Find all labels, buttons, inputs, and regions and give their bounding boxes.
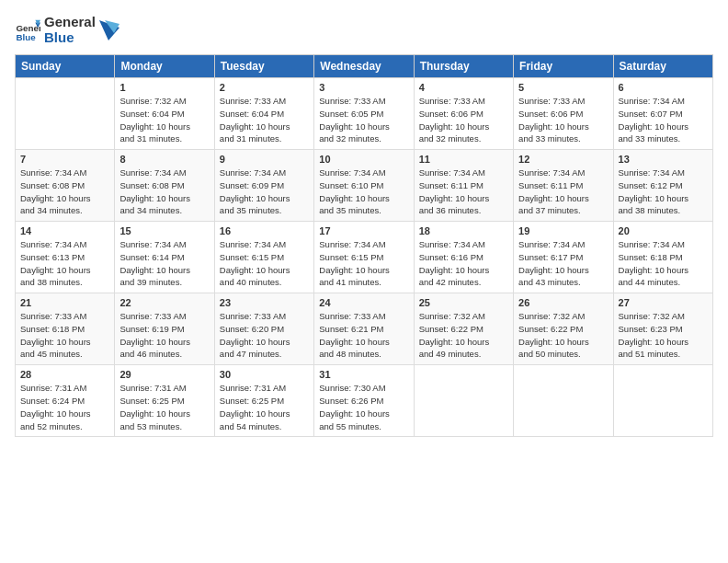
- calendar-table: SundayMondayTuesdayWednesdayThursdayFrid…: [15, 54, 713, 437]
- day-number: 27: [619, 297, 708, 308]
- page-container: General Blue General Blue SundayMondayTu…: [0, 0, 728, 446]
- day-info: Sunrise: 7:34 AM Sunset: 6:09 PM Dayligh…: [220, 167, 309, 217]
- week-row-2: 7Sunrise: 7:34 AM Sunset: 6:08 PM Daylig…: [16, 150, 713, 222]
- day-cell: 1Sunrise: 7:32 AM Sunset: 6:04 PM Daylig…: [115, 78, 214, 150]
- day-info: Sunrise: 7:33 AM Sunset: 6:18 PM Dayligh…: [20, 310, 109, 361]
- day-cell: 6Sunrise: 7:34 AM Sunset: 6:07 PM Daylig…: [613, 78, 712, 150]
- day-number: 20: [619, 225, 708, 236]
- day-cell: 24Sunrise: 7:33 AM Sunset: 6:21 PM Dayli…: [314, 293, 414, 365]
- logo-general: General: [44, 15, 96, 30]
- day-info: Sunrise: 7:33 AM Sunset: 6:20 PM Dayligh…: [220, 310, 309, 361]
- day-info: Sunrise: 7:34 AM Sunset: 6:15 PM Dayligh…: [220, 238, 309, 289]
- day-number: 22: [119, 297, 209, 308]
- day-cell: 31Sunrise: 7:30 AM Sunset: 6:26 PM Dayli…: [314, 365, 414, 437]
- day-number: 26: [518, 297, 608, 308]
- weekday-header-wednesday: Wednesday: [314, 55, 414, 78]
- day-cell: 8Sunrise: 7:34 AM Sunset: 6:08 PM Daylig…: [115, 150, 214, 222]
- day-number: 11: [419, 154, 508, 165]
- day-info: Sunrise: 7:34 AM Sunset: 6:13 PM Dayligh…: [20, 238, 109, 289]
- day-cell: 7Sunrise: 7:34 AM Sunset: 6:08 PM Daylig…: [16, 150, 115, 222]
- day-number: 1: [119, 82, 209, 93]
- day-number: 15: [119, 225, 209, 236]
- logo-arrow-icon: [99, 20, 119, 40]
- header: General Blue General Blue: [15, 15, 713, 45]
- day-number: 7: [20, 154, 109, 165]
- day-cell: 30Sunrise: 7:31 AM Sunset: 6:25 PM Dayli…: [214, 365, 313, 437]
- week-row-5: 28Sunrise: 7:31 AM Sunset: 6:24 PM Dayli…: [16, 365, 713, 437]
- day-number: 17: [319, 225, 408, 236]
- day-cell: 18Sunrise: 7:34 AM Sunset: 6:16 PM Dayli…: [414, 222, 513, 293]
- day-number: 6: [619, 82, 708, 93]
- day-number: 31: [319, 369, 408, 380]
- day-cell: 23Sunrise: 7:33 AM Sunset: 6:20 PM Dayli…: [214, 293, 313, 365]
- day-info: Sunrise: 7:34 AM Sunset: 6:11 PM Dayligh…: [419, 167, 508, 217]
- day-cell: [414, 365, 513, 437]
- day-info: Sunrise: 7:34 AM Sunset: 6:08 PM Dayligh…: [119, 167, 209, 217]
- day-number: 9: [220, 154, 309, 165]
- day-cell: 19Sunrise: 7:34 AM Sunset: 6:17 PM Dayli…: [514, 222, 613, 293]
- day-info: Sunrise: 7:34 AM Sunset: 6:16 PM Dayligh…: [419, 238, 508, 289]
- logo-blue: Blue: [44, 30, 96, 46]
- day-info: Sunrise: 7:31 AM Sunset: 6:25 PM Dayligh…: [220, 382, 309, 432]
- day-cell: 28Sunrise: 7:31 AM Sunset: 6:24 PM Dayli…: [16, 365, 115, 437]
- day-info: Sunrise: 7:33 AM Sunset: 6:04 PM Dayligh…: [220, 95, 309, 145]
- day-cell: 26Sunrise: 7:32 AM Sunset: 6:22 PM Dayli…: [514, 293, 613, 365]
- day-info: Sunrise: 7:33 AM Sunset: 6:19 PM Dayligh…: [119, 310, 209, 361]
- day-number: 21: [20, 297, 109, 308]
- weekday-header-sunday: Sunday: [16, 55, 115, 78]
- day-number: 12: [518, 154, 608, 165]
- day-info: Sunrise: 7:32 AM Sunset: 6:22 PM Dayligh…: [518, 310, 608, 361]
- day-number: 10: [319, 154, 408, 165]
- day-cell: [16, 78, 115, 150]
- logo-icon: General Blue: [15, 17, 40, 43]
- day-info: Sunrise: 7:33 AM Sunset: 6:21 PM Dayligh…: [319, 310, 408, 361]
- day-number: 24: [319, 297, 408, 308]
- svg-text:Blue: Blue: [16, 32, 36, 42]
- day-info: Sunrise: 7:34 AM Sunset: 6:18 PM Dayligh…: [619, 238, 708, 289]
- day-info: Sunrise: 7:33 AM Sunset: 6:06 PM Dayligh…: [419, 95, 508, 145]
- day-number: 25: [419, 297, 508, 308]
- week-row-4: 21Sunrise: 7:33 AM Sunset: 6:18 PM Dayli…: [16, 293, 713, 365]
- weekday-header-monday: Monday: [115, 55, 214, 78]
- day-cell: 29Sunrise: 7:31 AM Sunset: 6:25 PM Dayli…: [115, 365, 214, 437]
- day-info: Sunrise: 7:32 AM Sunset: 6:22 PM Dayligh…: [419, 310, 508, 361]
- day-cell: 3Sunrise: 7:33 AM Sunset: 6:05 PM Daylig…: [314, 78, 414, 150]
- day-info: Sunrise: 7:34 AM Sunset: 6:17 PM Dayligh…: [518, 238, 608, 289]
- day-info: Sunrise: 7:31 AM Sunset: 6:25 PM Dayligh…: [119, 382, 209, 432]
- day-cell: 27Sunrise: 7:32 AM Sunset: 6:23 PM Dayli…: [613, 293, 712, 365]
- day-number: 16: [220, 225, 309, 236]
- day-cell: 13Sunrise: 7:34 AM Sunset: 6:12 PM Dayli…: [613, 150, 712, 222]
- day-cell: 17Sunrise: 7:34 AM Sunset: 6:15 PM Dayli…: [314, 222, 414, 293]
- weekday-header-thursday: Thursday: [414, 55, 513, 78]
- day-number: 23: [220, 297, 309, 308]
- week-row-1: 1Sunrise: 7:32 AM Sunset: 6:04 PM Daylig…: [16, 78, 713, 150]
- day-number: 29: [119, 369, 209, 380]
- day-info: Sunrise: 7:34 AM Sunset: 6:15 PM Dayligh…: [319, 238, 408, 289]
- weekday-header-row: SundayMondayTuesdayWednesdayThursdayFrid…: [16, 55, 713, 78]
- day-info: Sunrise: 7:30 AM Sunset: 6:26 PM Dayligh…: [319, 382, 408, 432]
- day-cell: 11Sunrise: 7:34 AM Sunset: 6:11 PM Dayli…: [414, 150, 513, 222]
- day-info: Sunrise: 7:34 AM Sunset: 6:07 PM Dayligh…: [619, 95, 708, 145]
- day-cell: 20Sunrise: 7:34 AM Sunset: 6:18 PM Dayli…: [613, 222, 712, 293]
- day-info: Sunrise: 7:34 AM Sunset: 6:08 PM Dayligh…: [20, 167, 109, 217]
- day-info: Sunrise: 7:34 AM Sunset: 6:14 PM Dayligh…: [119, 238, 209, 289]
- day-cell: 25Sunrise: 7:32 AM Sunset: 6:22 PM Dayli…: [414, 293, 513, 365]
- day-info: Sunrise: 7:31 AM Sunset: 6:24 PM Dayligh…: [20, 382, 109, 432]
- day-cell: [514, 365, 613, 437]
- day-info: Sunrise: 7:34 AM Sunset: 6:12 PM Dayligh…: [619, 167, 708, 217]
- day-number: 2: [220, 82, 309, 93]
- day-info: Sunrise: 7:34 AM Sunset: 6:11 PM Dayligh…: [518, 167, 608, 217]
- day-cell: 9Sunrise: 7:34 AM Sunset: 6:09 PM Daylig…: [214, 150, 313, 222]
- day-number: 13: [619, 154, 708, 165]
- day-cell: 14Sunrise: 7:34 AM Sunset: 6:13 PM Dayli…: [16, 222, 115, 293]
- day-cell: 4Sunrise: 7:33 AM Sunset: 6:06 PM Daylig…: [414, 78, 513, 150]
- day-cell: 22Sunrise: 7:33 AM Sunset: 6:19 PM Dayli…: [115, 293, 214, 365]
- weekday-header-tuesday: Tuesday: [214, 55, 313, 78]
- day-number: 4: [419, 82, 508, 93]
- day-number: 8: [119, 154, 209, 165]
- day-number: 30: [220, 369, 309, 380]
- day-cell: 10Sunrise: 7:34 AM Sunset: 6:10 PM Dayli…: [314, 150, 414, 222]
- day-info: Sunrise: 7:32 AM Sunset: 6:23 PM Dayligh…: [619, 310, 708, 361]
- weekday-header-friday: Friday: [514, 55, 613, 78]
- day-number: 14: [20, 225, 109, 236]
